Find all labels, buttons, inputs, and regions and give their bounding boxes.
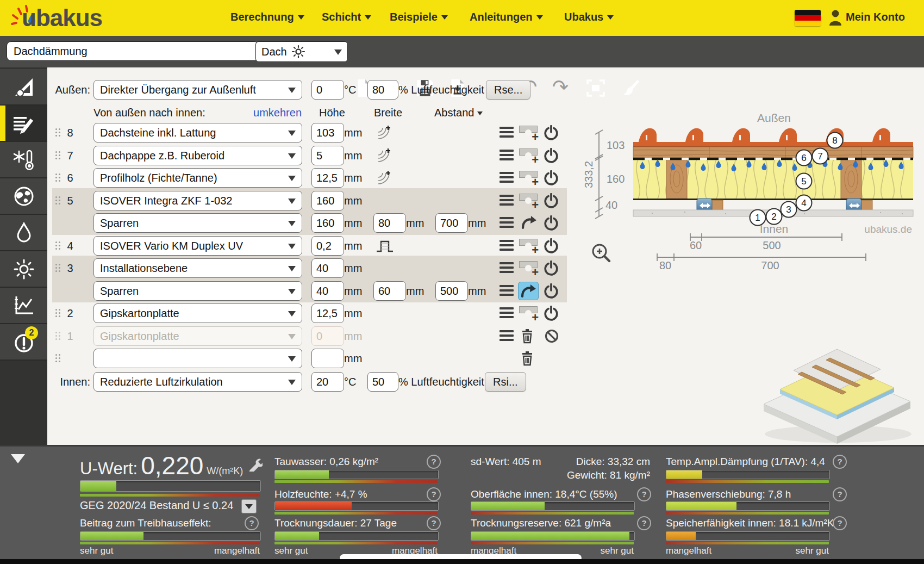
- material-select[interactable]: ISOVER Vario KM Duplex UV: [93, 236, 302, 256]
- height-input[interactable]: [311, 213, 344, 233]
- aussen-transition-select[interactable]: Direkter Übergang zur Außenluft: [93, 80, 302, 100]
- toggle-layer-icon[interactable]: [544, 193, 559, 208]
- toggle-layer-icon[interactable]: [544, 148, 559, 163]
- innen-circulation-select[interactable]: Reduzierte Luftzirkulation: [93, 372, 302, 392]
- layer-menu-icon[interactable]: [500, 172, 514, 184]
- menu-schicht[interactable]: Schicht: [322, 11, 371, 23]
- add-layer-icon[interactable]: +: [519, 147, 538, 164]
- drag-handle-icon[interactable]: [55, 354, 61, 363]
- roof-cross-section[interactable]: Außen: [576, 107, 924, 276]
- help-icon[interactable]: ?: [427, 487, 441, 501]
- collapse-panel-button[interactable]: [11, 454, 25, 463]
- material-select[interactable]: ISOVER Integra ZKF 1-032: [93, 191, 302, 210]
- add-layer-icon[interactable]: +: [519, 193, 538, 209]
- toggle-layer-icon[interactable]: [544, 238, 559, 253]
- rse-button[interactable]: Rse...: [486, 80, 530, 100]
- material-select[interactable]: Profilholz (Fichte/Tanne): [93, 168, 302, 188]
- help-icon[interactable]: ?: [637, 487, 651, 501]
- delete-layer-icon[interactable]: [521, 351, 535, 366]
- invert-link[interactable]: umkehren: [250, 107, 302, 119]
- menu-beispiele[interactable]: Beispiele: [390, 11, 448, 23]
- help-icon[interactable]: ?: [245, 516, 259, 530]
- redo-button[interactable]: ↷: [552, 75, 569, 99]
- german-flag-icon[interactable]: [795, 10, 821, 26]
- drag-handle-icon[interactable]: [55, 151, 61, 160]
- sparren-select[interactable]: Sparren: [93, 281, 302, 301]
- toggle-layer-icon[interactable]: [544, 125, 559, 140]
- height-input-empty[interactable]: [311, 349, 344, 368]
- drag-handle-icon[interactable]: [55, 241, 61, 250]
- help-icon[interactable]: ?: [833, 455, 847, 469]
- height-input[interactable]: [311, 123, 344, 142]
- zoom-icon[interactable]: [593, 245, 609, 261]
- help-icon[interactable]: ?: [833, 487, 847, 501]
- material-select[interactable]: Gipskartonplatte: [93, 303, 302, 323]
- menu-ubakus[interactable]: Ubakus: [564, 11, 614, 23]
- help-icon[interactable]: ?: [833, 516, 847, 530]
- height-input[interactable]: [311, 303, 344, 323]
- layer-menu-icon[interactable]: [500, 150, 514, 162]
- sparren-select[interactable]: Sparren: [93, 213, 302, 233]
- toggle-layer-icon[interactable]: [544, 215, 559, 231]
- aussen-temp-input[interactable]: [311, 80, 344, 100]
- material-select-empty[interactable]: [93, 349, 302, 368]
- detach-sparren-icon[interactable]: [520, 215, 538, 230]
- aussen-humidity-input[interactable]: [367, 80, 398, 100]
- add-layer-icon[interactable]: +: [519, 238, 538, 254]
- material-select[interactable]: Dachpappe z.B. Ruberoid: [93, 146, 302, 165]
- height-input[interactable]: [311, 146, 344, 165]
- detach-sparren-active-button[interactable]: [518, 282, 539, 300]
- drag-handle-icon[interactable]: [55, 309, 61, 318]
- wood-texture-icon[interactable]: [377, 125, 391, 141]
- menu-anleitungen[interactable]: Anleitungen: [470, 11, 543, 23]
- fullscreen-button[interactable]: [586, 78, 605, 98]
- material-select[interactable]: Installationsebene: [93, 258, 302, 278]
- height-input[interactable]: [311, 191, 344, 210]
- innen-humidity-input[interactable]: [367, 372, 398, 392]
- paint-brush-button[interactable]: [620, 78, 639, 98]
- width-input[interactable]: [373, 213, 406, 233]
- membrane-icon[interactable]: [375, 239, 395, 253]
- layer-menu-icon[interactable]: [500, 240, 514, 252]
- add-layer-icon[interactable]: +: [519, 305, 538, 321]
- construction-3d-preview[interactable]: [756, 314, 919, 444]
- height-input[interactable]: [311, 168, 344, 188]
- toggle-layer-icon[interactable]: [544, 283, 559, 299]
- layer-menu-icon[interactable]: [500, 195, 514, 207]
- layer-menu-icon[interactable]: [500, 330, 514, 342]
- toggle-layer-icon[interactable]: [544, 170, 559, 185]
- height-input[interactable]: [311, 281, 344, 301]
- help-icon[interactable]: ?: [637, 516, 651, 530]
- spacing-input[interactable]: [435, 281, 468, 301]
- account-link[interactable]: Mein Konto: [846, 11, 905, 23]
- layer-menu-icon[interactable]: [500, 127, 514, 139]
- spacing-input[interactable]: [435, 213, 468, 233]
- drag-handle-icon[interactable]: [55, 173, 61, 182]
- drag-handle-icon[interactable]: [55, 332, 61, 340]
- wood-texture-icon[interactable]: [377, 170, 391, 186]
- ubakus-logo[interactable]: ubakus: [8, 3, 133, 34]
- project-name-input[interactable]: [7, 41, 259, 61]
- layer-menu-icon[interactable]: [500, 307, 514, 319]
- height-input[interactable]: [311, 258, 344, 278]
- innen-temp-input[interactable]: [311, 372, 344, 392]
- wood-texture-icon[interactable]: [377, 147, 391, 164]
- geg-select-button[interactable]: [241, 499, 257, 513]
- layer-menu-icon[interactable]: [500, 285, 514, 297]
- toggle-layer-icon[interactable]: [544, 306, 559, 321]
- delete-layer-icon[interactable]: [521, 329, 535, 344]
- rsi-button[interactable]: Rsi...: [485, 372, 526, 392]
- material-select[interactable]: Dachsteine inkl. Lattung: [93, 123, 302, 142]
- menu-berechnung[interactable]: Berechnung: [230, 11, 304, 23]
- add-layer-icon[interactable]: +: [519, 125, 538, 141]
- layer-menu-icon[interactable]: [500, 217, 514, 229]
- sidebar-item-ruler[interactable]: [0, 69, 47, 106]
- width-input[interactable]: [373, 281, 406, 301]
- help-icon[interactable]: ?: [427, 455, 441, 469]
- construction-type-select[interactable]: Dach: [255, 41, 348, 62]
- help-icon[interactable]: ?: [427, 516, 441, 530]
- toggle-layer-icon[interactable]: [544, 261, 559, 276]
- wrench-icon[interactable]: [247, 456, 263, 472]
- add-layer-icon[interactable]: +: [519, 260, 538, 276]
- add-layer-icon[interactable]: +: [519, 170, 538, 186]
